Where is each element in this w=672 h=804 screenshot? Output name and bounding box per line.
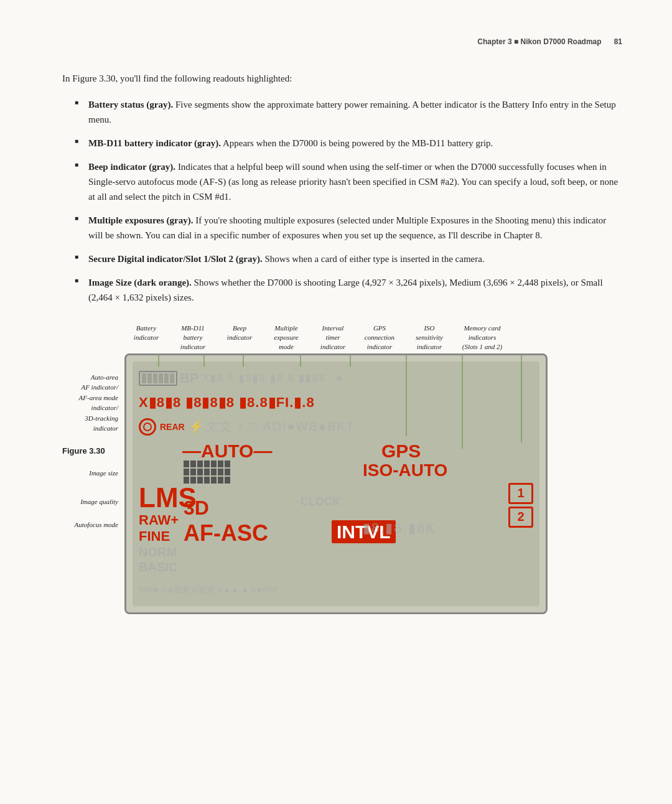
bullet-mb-d11-bold: MB-D11 battery indicator (gray). — [88, 138, 221, 148]
top-annotations: Batteryindicator MB-D11batteryindicator … — [124, 324, 548, 352]
ann-beep: Beepindicator — [218, 324, 261, 352]
batt-seg-5 — [164, 373, 169, 383]
page-header: Chapter 3 ■ Nikon D7000 Roadmap 81 — [62, 37, 622, 46]
lcd-inner: BP X▮8.8 ▮8▮8 ▮8.8 ▮▮8K ★ X▮8▮8 ▮8▮8▮8 ▮… — [133, 362, 539, 606]
exposure-bars — [184, 460, 230, 484]
exp-bar — [190, 469, 196, 475]
rear-text: REAR — [160, 422, 185, 432]
ann-iso: ISOsensitivityindicator — [404, 324, 454, 352]
clock-label: CLOCK — [301, 495, 340, 508]
bullet-secure-digital-text: Shows when a card of either type is inse… — [263, 254, 485, 264]
ann-interval: Intervaltimerindicator — [311, 324, 355, 352]
ann-gps: GPSconnectionindicator — [355, 324, 404, 352]
exp-bar — [211, 469, 217, 475]
quality-stack: RAW+ FINE NORM BASIC — [139, 512, 179, 575]
lcd-bottom-row: WB★ A⊕黒楽 ⊕楽楽 ⊕▲▲.▲ K●PRE — [139, 579, 533, 601]
slot1: 1 — [508, 483, 533, 504]
basic-text: BASIC — [139, 559, 179, 574]
bullet-beep-bold: Beep indicator (gray). — [88, 162, 175, 172]
exp-bar — [204, 477, 210, 484]
slot2: 2 — [508, 507, 533, 528]
afasc-text: AF-ASC — [184, 520, 268, 546]
exp-bar — [225, 477, 230, 484]
exp-bar — [184, 460, 189, 467]
bullet-beep: Beep indicator (gray). Indicates that a … — [75, 159, 622, 204]
figure-section: Figure 3.30 Batteryindicator MB-D11batte… — [62, 324, 622, 614]
batt-seg-4 — [159, 373, 163, 383]
lcd-bottom-text: WB★ A⊕黒楽 ⊕楽楽 ⊕▲▲.▲ K●PRE — [139, 584, 278, 596]
bp-text: BP — [180, 370, 199, 386]
bullet-mb-d11-text: Appears when the D7000 is being powered … — [221, 138, 493, 148]
memory-slots: 1 2 — [508, 483, 533, 528]
exp-bar — [225, 460, 230, 467]
intro-paragraph: In Figure 3.30, you'll find the followin… — [62, 71, 622, 86]
raw-text: RAW+ — [139, 512, 179, 528]
batt-seg-3 — [153, 373, 157, 383]
bullet-list: Battery status (gray). Five segments sho… — [75, 97, 622, 305]
ann-mb-d11: MB-D11batteryindicator — [168, 324, 218, 352]
intro-text: In Figure 3.30, you'll find the followin… — [62, 73, 292, 83]
exp-bar — [211, 477, 217, 484]
bullet-secure-digital: Secure Digital indicator/Slot 1/Slot 2 (… — [75, 251, 622, 266]
bullet-image-size-bold: Image Size (dark orange). — [88, 278, 192, 287]
gps-text: GPS — [381, 441, 421, 461]
bullet-battery-status: Battery status (gray). Five segments sho… — [75, 97, 622, 127]
batt-seg-2 — [147, 373, 152, 383]
exp-row2 — [184, 469, 230, 475]
header-title: Nikon D7000 Roadmap — [521, 37, 602, 46]
ann-battery: Batteryindicator — [124, 324, 168, 352]
exp-bar — [218, 460, 223, 467]
iso-auto-label: ISO-AUTO — [363, 460, 447, 480]
page-number: 81 — [614, 37, 622, 46]
exp-bar — [204, 460, 210, 467]
exp-bar — [197, 469, 203, 475]
lcd-row2: X▮8▮8 ▮8▮8▮8 ▮8.8▮FI.▮.8 — [139, 391, 533, 414]
left-ann-autofocus: Autofocus mode — [16, 520, 118, 530]
faded-chars-right-text: ▮8.▮8.▮8K — [363, 520, 436, 536]
ann-memory: Memory cardindicators(Slots 1 and 2) — [454, 324, 510, 352]
lcd-row2-red: X▮8▮8 ▮8▮8▮8 ▮8.8▮FI.▮.8 — [139, 395, 315, 411]
left-ann-image-size: Image size — [16, 468, 118, 479]
lcd-screen: BP X▮8.8 ▮8▮8 ▮8.8 ▮▮8K ★ X▮8▮8 ▮8▮8▮8 ▮… — [124, 353, 548, 614]
battery-indicator — [139, 371, 177, 386]
flash-icons: ⚡文文 ♪ □ ADI●WB●BKT — [189, 418, 355, 435]
iso-auto-text: ISO-AUTO — [363, 460, 447, 480]
auto-text: —AUTO— — [182, 441, 272, 461]
norm-text: NORM — [139, 545, 179, 559]
exp-bar — [218, 469, 223, 475]
chapter-label: Chapter 3 — [477, 37, 511, 46]
exp-bar — [218, 477, 223, 484]
exp-bar — [184, 469, 189, 475]
bullet-battery-status-bold: Battery status (gray). — [88, 100, 173, 110]
exp-bar — [204, 469, 210, 475]
clock-text: CLOCK — [301, 495, 340, 508]
fine-text: FINE — [139, 528, 179, 545]
ann-multiple: Multipleexposuremode — [261, 324, 311, 352]
afasc-label: AF-ASC — [184, 520, 268, 546]
lcd-auto-label: —AUTO— — [182, 441, 272, 462]
exp-bar — [197, 460, 203, 467]
page: Chapter 3 ■ Nikon D7000 Roadmap 81 In Fi… — [0, 0, 672, 804]
exp-bar — [225, 469, 230, 475]
left-ann-auto-area: Auto-areaAF indicator/AF-area modeindica… — [16, 372, 118, 434]
gps-label: GPS — [381, 441, 421, 462]
bullet-multiple-exposures: Multiple exposures (gray). If you're sho… — [75, 213, 622, 243]
af-area-inner — [143, 423, 152, 431]
3d-label: 3D — [184, 497, 209, 520]
bullet-image-size: Image Size (dark orange). Shows whether … — [75, 275, 622, 305]
bullet-multiple-exposures-bold: Multiple exposures (gray). — [88, 215, 193, 225]
lcd-row3: REAR ⚡文文 ♪ □ ADI●WB●BKT — [139, 416, 533, 438]
af-area-icon — [139, 418, 156, 436]
lcd-wrapper: Auto-areaAF indicator/AF-area modeindica… — [124, 353, 622, 614]
lcd-main: —AUTO— — [139, 441, 533, 577]
bullet-secure-digital-bold: Secure Digital indicator/Slot 1/Slot 2 (… — [88, 254, 263, 264]
faded-chars-right: ▮8.▮8.▮8K — [363, 520, 436, 536]
3d-text: 3D — [184, 497, 209, 519]
exp-bar — [211, 460, 217, 467]
exp-bar — [190, 460, 196, 467]
left-ann-image-quality: Image quality — [16, 497, 118, 507]
exp-row1 — [184, 460, 230, 467]
header-separator: ■ — [514, 37, 518, 46]
batt-seg-1 — [142, 373, 146, 383]
left-annotations: Auto-areaAF indicator/AF-area modeindica… — [16, 372, 118, 530]
